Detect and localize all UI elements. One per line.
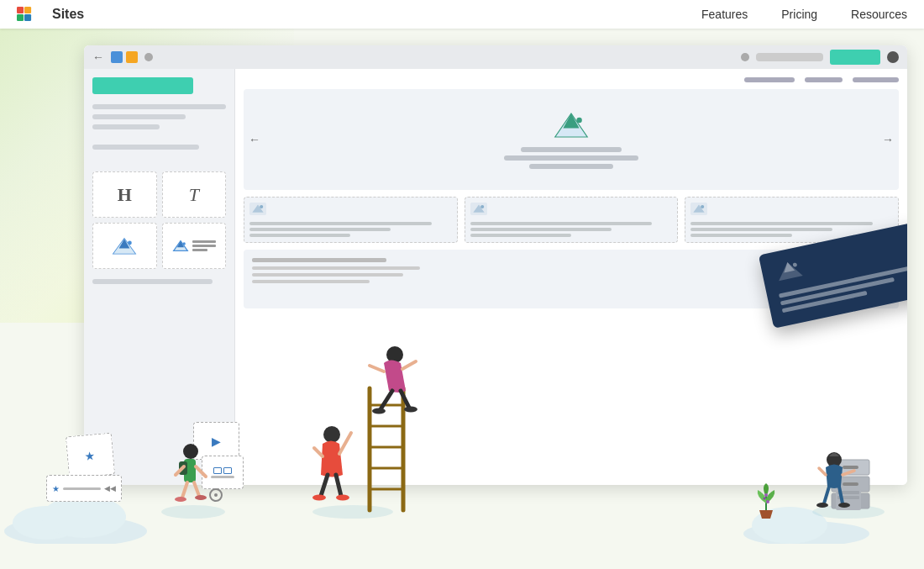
- card-line-2: [249, 228, 391, 231]
- svg-rect-3: [24, 14, 31, 21]
- sidebar-line-4: [92, 145, 199, 150]
- widget-heading[interactable]: H: [92, 171, 157, 218]
- svg-point-69: [764, 493, 768, 497]
- card-line-5: [470, 228, 612, 231]
- hero-line-3: [529, 164, 613, 169]
- svg-point-31: [161, 505, 225, 519]
- svg-point-30: [752, 507, 827, 544]
- browser-chrome: ←: [84, 45, 907, 69]
- svg-point-19: [480, 205, 484, 208]
- card-2-image: [470, 203, 487, 215]
- svg-point-32: [312, 505, 393, 519]
- svg-point-84: [816, 503, 828, 508]
- mini-mountain-icon: [172, 240, 189, 252]
- svg-point-26: [4, 516, 147, 544]
- hero-line-2: [504, 155, 638, 161]
- browser-back-icon[interactable]: ←: [92, 50, 104, 64]
- svg-rect-72: [832, 493, 869, 508]
- text-lines-group: [192, 240, 216, 251]
- svg-point-27: [13, 506, 80, 540]
- logo-area: Sites: [17, 7, 701, 22]
- widget-text[interactable]: T: [162, 171, 227, 218]
- hero-nav-arrows: ← →: [244, 133, 899, 146]
- svg-point-22: [701, 205, 704, 208]
- svg-point-41: [175, 497, 186, 502]
- svg-point-64: [312, 495, 326, 501]
- floating-card-mountain-icon: [772, 256, 806, 284]
- content-hero-section: ← →: [244, 89, 899, 190]
- browser-circle-icon: [741, 53, 749, 61]
- image-text-combo: [172, 240, 216, 252]
- nav-features[interactable]: Features: [701, 8, 748, 21]
- sidebar-line-5: [92, 279, 213, 284]
- svg-line-82: [824, 487, 829, 503]
- text-line-3: [192, 249, 207, 251]
- sidebar-line-3: [92, 124, 160, 129]
- sidebar-line-1: [92, 104, 226, 109]
- top-bar-item-1: [744, 77, 795, 82]
- cloud-right: [739, 493, 874, 544]
- svg-point-68: [764, 498, 766, 500]
- browser-tab-blue[interactable]: [111, 51, 123, 63]
- text-line-1: [192, 240, 216, 243]
- widget-image-text[interactable]: [162, 223, 227, 269]
- svg-point-25: [792, 262, 797, 267]
- card-line-7: [690, 222, 873, 225]
- svg-point-42: [195, 495, 207, 500]
- card-2: [465, 197, 679, 243]
- card-line-3: [249, 234, 350, 237]
- svg-point-10: [182, 242, 185, 245]
- browser-dot-gray: [144, 53, 153, 61]
- card-line-1: [249, 222, 432, 225]
- browser-action-button[interactable]: [830, 50, 880, 65]
- card-2-lines: [470, 222, 673, 237]
- sidebar-header-block: [92, 77, 193, 94]
- navbar: Sites Features Pricing Resources: [0, 0, 924, 29]
- top-bar-item-2: [805, 77, 843, 82]
- svg-rect-76: [836, 489, 861, 510]
- svg-rect-0: [17, 7, 24, 13]
- hero-right-arrow[interactable]: →: [882, 133, 894, 146]
- svg-point-43: [210, 489, 222, 501]
- text-letter-t: T: [189, 184, 199, 206]
- ground-circle-mid: [311, 502, 395, 523]
- hero-left-arrow[interactable]: ←: [249, 133, 260, 146]
- nav-resources[interactable]: Resources: [851, 8, 907, 21]
- svg-rect-2: [17, 14, 24, 21]
- card-1: [244, 197, 458, 243]
- card-line-9: [690, 234, 791, 237]
- text-line-2: [192, 245, 216, 247]
- editor-sidebar: H T: [84, 69, 235, 485]
- top-bar-item-3: [853, 77, 899, 82]
- zoho-logo-icon: [17, 7, 47, 22]
- content-cards-row: [244, 197, 899, 243]
- rating-star-icon: ★: [52, 484, 60, 493]
- card-1-lines: [249, 222, 452, 237]
- svg-rect-75: [843, 499, 858, 503]
- sidebar-line-2: [92, 114, 186, 119]
- svg-point-13: [576, 118, 581, 123]
- bottom-line-1: [252, 258, 386, 262]
- nav-pricing[interactable]: Pricing: [781, 8, 817, 21]
- browser-menu-icon[interactable]: [887, 51, 899, 63]
- svg-line-83: [839, 487, 843, 503]
- editor-main-content: ← →: [235, 69, 907, 485]
- card-line-4: [470, 222, 653, 225]
- widget-image[interactable]: [92, 223, 157, 269]
- card-1-image: [249, 203, 266, 215]
- card-line-6: [470, 234, 571, 237]
- card-line-8: [690, 228, 832, 231]
- browser-content: H T: [84, 69, 907, 485]
- logo-sites-text: Sites: [52, 7, 84, 22]
- svg-point-44: [214, 493, 218, 497]
- browser-tab-orange[interactable]: [126, 51, 138, 63]
- nav-links: Features Pricing Resources: [701, 8, 907, 21]
- svg-rect-1: [24, 7, 31, 13]
- browser-tab-icons: [111, 51, 138, 63]
- browser-address-bar[interactable]: [756, 53, 823, 61]
- browser-mockup: ←: [84, 45, 907, 485]
- rating-line: [63, 487, 101, 490]
- svg-rect-78: [837, 496, 859, 499]
- speaker-icon: ◀◀: [104, 484, 116, 493]
- cloud-left: [0, 485, 151, 544]
